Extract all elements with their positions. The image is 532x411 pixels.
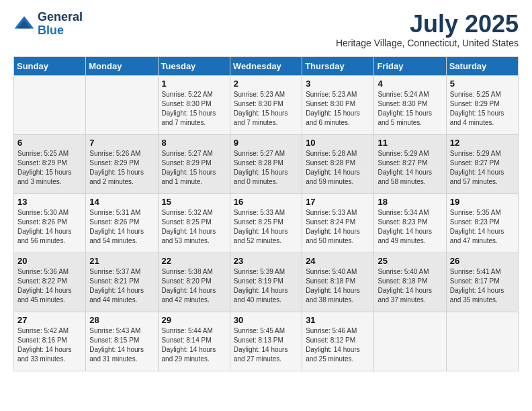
- day-info: Sunrise: 5:33 AM Sunset: 8:25 PM Dayligh…: [234, 208, 298, 246]
- day-number: 13: [17, 197, 82, 207]
- day-info: Sunrise: 5:37 AM Sunset: 8:21 PM Dayligh…: [89, 267, 154, 305]
- calendar-week-row: 1Sunrise: 5:22 AM Sunset: 8:30 PM Daylig…: [14, 75, 519, 134]
- calendar-cell: 30Sunrise: 5:45 AM Sunset: 8:13 PM Dayli…: [230, 312, 302, 371]
- calendar-week-row: 6Sunrise: 5:25 AM Sunset: 8:29 PM Daylig…: [14, 134, 519, 193]
- calendar-cell: 28Sunrise: 5:43 AM Sunset: 8:15 PM Dayli…: [86, 312, 158, 371]
- calendar-cell: 7Sunrise: 5:26 AM Sunset: 8:29 PM Daylig…: [86, 134, 158, 193]
- calendar-cell: 15Sunrise: 5:32 AM Sunset: 8:25 PM Dayli…: [158, 193, 230, 253]
- day-number: 21: [89, 256, 154, 266]
- day-number: 9: [234, 138, 298, 148]
- header-wednesday: Wednesday: [230, 56, 302, 75]
- calendar-cell: 12Sunrise: 5:29 AM Sunset: 8:27 PM Dayli…: [446, 134, 518, 193]
- day-info: Sunrise: 5:45 AM Sunset: 8:13 PM Dayligh…: [234, 326, 298, 364]
- calendar-cell: 29Sunrise: 5:44 AM Sunset: 8:14 PM Dayli…: [158, 312, 230, 371]
- day-info: Sunrise: 5:46 AM Sunset: 8:12 PM Dayligh…: [306, 326, 370, 364]
- page-header: General Blue July 2025 Heritage Village,…: [13, 11, 519, 48]
- day-number: 27: [17, 315, 82, 325]
- day-info: Sunrise: 5:44 AM Sunset: 8:14 PM Dayligh…: [162, 326, 226, 364]
- calendar-cell: 17Sunrise: 5:33 AM Sunset: 8:24 PM Dayli…: [302, 193, 374, 253]
- day-number: 25: [378, 256, 442, 266]
- calendar-cell: [446, 312, 518, 371]
- day-info: Sunrise: 5:31 AM Sunset: 8:26 PM Dayligh…: [89, 208, 154, 246]
- day-info: Sunrise: 5:28 AM Sunset: 8:28 PM Dayligh…: [306, 149, 370, 187]
- day-info: Sunrise: 5:34 AM Sunset: 8:23 PM Dayligh…: [378, 208, 442, 246]
- day-info: Sunrise: 5:40 AM Sunset: 8:18 PM Dayligh…: [306, 267, 370, 305]
- day-number: 4: [378, 79, 442, 89]
- day-number: 18: [378, 197, 442, 207]
- calendar-week-row: 20Sunrise: 5:36 AM Sunset: 8:22 PM Dayli…: [14, 253, 519, 312]
- header-sunday: Sunday: [14, 56, 86, 75]
- calendar-cell: 10Sunrise: 5:28 AM Sunset: 8:28 PM Dayli…: [302, 134, 374, 193]
- day-number: 24: [306, 256, 370, 266]
- calendar-cell: 23Sunrise: 5:39 AM Sunset: 8:19 PM Dayli…: [230, 253, 302, 312]
- day-number: 11: [378, 138, 442, 148]
- calendar-cell: 2Sunrise: 5:23 AM Sunset: 8:30 PM Daylig…: [230, 75, 302, 134]
- calendar-cell: 19Sunrise: 5:35 AM Sunset: 8:23 PM Dayli…: [446, 193, 518, 253]
- day-number: 3: [306, 79, 370, 89]
- day-number: 7: [89, 138, 154, 148]
- day-info: Sunrise: 5:29 AM Sunset: 8:27 PM Dayligh…: [450, 149, 515, 187]
- calendar-cell: 18Sunrise: 5:34 AM Sunset: 8:23 PM Dayli…: [374, 193, 446, 253]
- day-info: Sunrise: 5:40 AM Sunset: 8:18 PM Dayligh…: [378, 267, 442, 305]
- day-number: 20: [17, 256, 82, 266]
- day-number: 23: [234, 256, 298, 266]
- header-thursday: Thursday: [302, 56, 374, 75]
- calendar-week-row: 13Sunrise: 5:30 AM Sunset: 8:26 PM Dayli…: [14, 193, 519, 253]
- calendar-cell: 22Sunrise: 5:38 AM Sunset: 8:20 PM Dayli…: [158, 253, 230, 312]
- day-info: Sunrise: 5:38 AM Sunset: 8:20 PM Dayligh…: [162, 267, 226, 305]
- calendar-cell: 25Sunrise: 5:40 AM Sunset: 8:18 PM Dayli…: [374, 253, 446, 312]
- logo-icon: [13, 13, 35, 35]
- day-number: 22: [162, 256, 226, 266]
- calendar-cell: 9Sunrise: 5:27 AM Sunset: 8:28 PM Daylig…: [230, 134, 302, 193]
- calendar-cell: [374, 312, 446, 371]
- logo-general: General: [38, 10, 83, 24]
- calendar-cell: 1Sunrise: 5:22 AM Sunset: 8:30 PM Daylig…: [158, 75, 230, 134]
- calendar-cell: 6Sunrise: 5:25 AM Sunset: 8:29 PM Daylig…: [14, 134, 86, 193]
- calendar-cell: [86, 75, 158, 134]
- calendar-cell: 16Sunrise: 5:33 AM Sunset: 8:25 PM Dayli…: [230, 193, 302, 253]
- day-number: 28: [89, 315, 154, 325]
- month-title: July 2025: [336, 11, 519, 38]
- calendar-cell: 13Sunrise: 5:30 AM Sunset: 8:26 PM Dayli…: [14, 193, 86, 253]
- day-info: Sunrise: 5:25 AM Sunset: 8:29 PM Dayligh…: [450, 90, 515, 128]
- logo: General Blue: [13, 11, 83, 38]
- day-info: Sunrise: 5:41 AM Sunset: 8:17 PM Dayligh…: [450, 267, 515, 305]
- logo-text: General Blue: [38, 11, 83, 38]
- day-info: Sunrise: 5:32 AM Sunset: 8:25 PM Dayligh…: [162, 208, 226, 246]
- day-number: 30: [234, 315, 298, 325]
- day-info: Sunrise: 5:27 AM Sunset: 8:28 PM Dayligh…: [234, 149, 298, 187]
- day-number: 6: [17, 138, 82, 148]
- header-saturday: Saturday: [446, 56, 518, 75]
- day-info: Sunrise: 5:36 AM Sunset: 8:22 PM Dayligh…: [17, 267, 82, 305]
- calendar-cell: 4Sunrise: 5:24 AM Sunset: 8:30 PM Daylig…: [374, 75, 446, 134]
- calendar-cell: 26Sunrise: 5:41 AM Sunset: 8:17 PM Dayli…: [446, 253, 518, 312]
- calendar-cell: 21Sunrise: 5:37 AM Sunset: 8:21 PM Dayli…: [86, 253, 158, 312]
- day-info: Sunrise: 5:33 AM Sunset: 8:24 PM Dayligh…: [306, 208, 370, 246]
- header-tuesday: Tuesday: [158, 56, 230, 75]
- day-number: 12: [450, 138, 515, 148]
- day-info: Sunrise: 5:25 AM Sunset: 8:29 PM Dayligh…: [17, 149, 82, 187]
- day-info: Sunrise: 5:35 AM Sunset: 8:23 PM Dayligh…: [450, 208, 515, 246]
- day-number: 16: [234, 197, 298, 207]
- calendar-cell: 20Sunrise: 5:36 AM Sunset: 8:22 PM Dayli…: [14, 253, 86, 312]
- calendar-cell: 3Sunrise: 5:23 AM Sunset: 8:30 PM Daylig…: [302, 75, 374, 134]
- day-info: Sunrise: 5:30 AM Sunset: 8:26 PM Dayligh…: [17, 208, 82, 246]
- logo-blue: Blue: [38, 24, 64, 37]
- day-number: 31: [306, 315, 370, 325]
- day-info: Sunrise: 5:23 AM Sunset: 8:30 PM Dayligh…: [306, 90, 370, 128]
- calendar-cell: [14, 75, 86, 134]
- day-info: Sunrise: 5:43 AM Sunset: 8:15 PM Dayligh…: [89, 326, 154, 364]
- day-number: 8: [162, 138, 226, 148]
- calendar-cell: 8Sunrise: 5:27 AM Sunset: 8:29 PM Daylig…: [158, 134, 230, 193]
- calendar-cell: 27Sunrise: 5:42 AM Sunset: 8:16 PM Dayli…: [14, 312, 86, 371]
- day-number: 14: [89, 197, 154, 207]
- day-info: Sunrise: 5:23 AM Sunset: 8:30 PM Dayligh…: [234, 90, 298, 128]
- calendar-header-row: SundayMondayTuesdayWednesdayThursdayFrid…: [14, 56, 519, 75]
- day-info: Sunrise: 5:42 AM Sunset: 8:16 PM Dayligh…: [17, 326, 82, 364]
- header-friday: Friday: [374, 56, 446, 75]
- title-block: July 2025 Heritage Village, Connecticut,…: [336, 11, 519, 48]
- calendar-cell: 24Sunrise: 5:40 AM Sunset: 8:18 PM Dayli…: [302, 253, 374, 312]
- day-info: Sunrise: 5:24 AM Sunset: 8:30 PM Dayligh…: [378, 90, 442, 128]
- location-text: Heritage Village, Connecticut, United St…: [336, 38, 519, 48]
- day-number: 10: [306, 138, 370, 148]
